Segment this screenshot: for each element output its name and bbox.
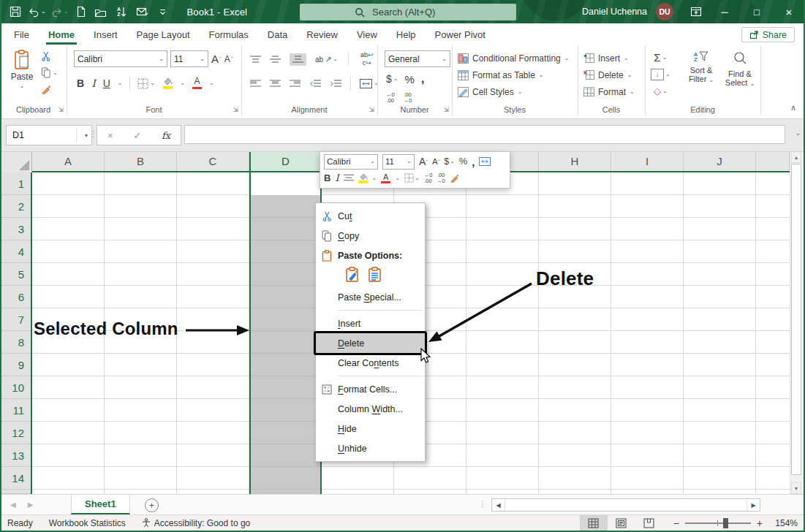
tab-file[interactable]: File xyxy=(4,23,39,45)
font-color-button[interactable]: A xyxy=(192,77,202,90)
tab-insert[interactable]: Insert xyxy=(84,23,127,45)
tab-power-pivot[interactable]: Power Pivot xyxy=(426,23,495,45)
row-header-9[interactable]: 9 xyxy=(0,354,31,376)
delete-cells-button[interactable]: Delete⌄ xyxy=(578,66,645,83)
bold-button[interactable]: B xyxy=(77,77,84,89)
format-painter-button[interactable] xyxy=(41,84,52,94)
selected-column[interactable] xyxy=(249,172,322,494)
select-all-corner[interactable] xyxy=(0,151,32,172)
column-header-a[interactable]: A xyxy=(32,151,105,171)
percent-style-button[interactable]: % xyxy=(405,73,415,86)
maximize-button[interactable]: □ xyxy=(741,0,773,23)
number-format-combo[interactable]: General⌄ xyxy=(385,50,450,67)
insert-function-icon[interactable]: fx xyxy=(162,130,170,141)
enter-icon[interactable]: ✓ xyxy=(133,130,141,141)
font-color-caret-icon[interactable]: ⌄ xyxy=(209,80,214,86)
row-header-13[interactable]: 13 xyxy=(0,444,31,467)
sheet-tab-sheet1[interactable]: Sheet1 xyxy=(71,495,130,514)
close-button[interactable]: × xyxy=(773,0,805,23)
paste-button[interactable]: Paste ⌄ xyxy=(6,50,38,105)
search-box[interactable] xyxy=(300,4,516,20)
mini-fill-color-icon[interactable] xyxy=(358,173,368,183)
share-button[interactable]: Share xyxy=(741,27,795,42)
menu-item-hide[interactable]: Hide xyxy=(316,419,425,438)
fill-button[interactable]: ↓⌄ xyxy=(651,69,670,80)
fill-color-caret-icon[interactable]: ⌄ xyxy=(180,80,185,86)
borders-button[interactable]: ⌄ xyxy=(137,78,155,89)
email-icon[interactable] xyxy=(134,3,150,20)
mini-bold-icon[interactable]: B xyxy=(324,172,330,183)
row-header-10[interactable]: 10 xyxy=(0,376,31,399)
redo-icon[interactable]: ⌄ xyxy=(50,3,69,20)
new-sheet-icon[interactable]: + xyxy=(145,498,159,512)
mini-font-name-combo[interactable]: Calibri⌄ xyxy=(324,154,378,170)
cancel-icon[interactable]: × xyxy=(107,130,113,141)
ribbon-display-options-icon[interactable] xyxy=(684,0,708,23)
menu-item-column-width[interactable]: Column Width... xyxy=(316,399,425,419)
middle-align-button[interactable] xyxy=(270,56,281,64)
mini-increase-decimal-icon[interactable]: ←0.00 xyxy=(424,172,433,184)
menu-item-paste-special[interactable]: Paste Special... xyxy=(316,287,425,307)
menu-item-clear-contents[interactable]: Clear Contents xyxy=(316,353,425,373)
accessibility-status[interactable]: Accessibility: Good to go xyxy=(142,518,250,528)
menu-item-insert[interactable]: Insert xyxy=(316,314,425,333)
fill-color-button[interactable] xyxy=(162,77,173,89)
menu-item-copy[interactable]: Copy xyxy=(316,226,425,246)
menu-item-format-cells[interactable]: Format Cells... xyxy=(316,379,425,399)
mini-align-icon[interactable] xyxy=(344,174,354,182)
decrease-decimal-button[interactable]: .00→0 xyxy=(404,92,412,104)
mini-comma-icon[interactable]: , xyxy=(472,156,475,168)
scroll-up-icon[interactable]: ▲ xyxy=(791,151,801,163)
column-header-j[interactable]: J xyxy=(684,151,756,171)
bottom-align-button[interactable] xyxy=(290,53,306,66)
user-name[interactable]: Daniel Uchenna xyxy=(582,7,647,17)
row-header-4[interactable]: 4 xyxy=(0,240,31,263)
mini-font-color-caret-icon[interactable]: ⌄ xyxy=(395,175,400,181)
align-right-button[interactable] xyxy=(290,80,301,88)
zoom-out-icon[interactable]: − xyxy=(673,517,679,529)
align-left-button[interactable] xyxy=(250,80,261,88)
copy-button[interactable]: ⌄ xyxy=(41,67,58,78)
find-select-button[interactable]: Find & Select ⌄ xyxy=(722,51,757,87)
vertical-scrollbar[interactable]: ▲ ▼ xyxy=(790,151,801,494)
column-header-b[interactable]: B xyxy=(105,151,177,171)
zoom-slider[interactable] xyxy=(685,518,751,528)
zoom-in-icon[interactable]: + xyxy=(757,517,763,529)
center-button[interactable] xyxy=(270,80,281,88)
orientation-button[interactable]: ab↗⌄ xyxy=(315,55,338,64)
collapse-ribbon-icon[interactable]: ∧ xyxy=(790,103,796,113)
row-header-8[interactable]: 8 xyxy=(0,331,31,354)
increase-decimal-button[interactable]: ←0.00 xyxy=(386,92,395,104)
active-cell-d1[interactable] xyxy=(249,172,322,195)
column-header-partial[interactable] xyxy=(756,151,790,171)
menu-item-delete[interactable]: Delete xyxy=(316,333,425,353)
minimize-button[interactable]: ─ xyxy=(708,0,741,23)
tab-help[interactable]: Help xyxy=(387,23,426,45)
row-header-7[interactable]: 7 xyxy=(0,308,31,331)
row-header-11[interactable]: 11 xyxy=(0,399,31,422)
font-dialog-launcher-icon[interactable]: ⇲ xyxy=(233,106,238,113)
customize-toolbar-icon[interactable] xyxy=(154,3,170,20)
mini-accounting-icon[interactable]: $⌄ xyxy=(444,156,455,167)
font-size-combo[interactable]: 11⌄ xyxy=(170,50,208,67)
menu-item-unhide[interactable]: Unhide xyxy=(316,438,425,458)
increase-indent-button[interactable] xyxy=(330,80,341,88)
row-header-3[interactable]: 3 xyxy=(0,218,31,240)
previous-sheet-icon[interactable]: ◀ xyxy=(10,501,16,509)
format-as-table-button[interactable]: Format as Table⌄ xyxy=(452,66,578,83)
format-cells-button[interactable]: Format⌄ xyxy=(578,83,645,100)
cell-styles-button[interactable]: Cell Styles⌄ xyxy=(452,83,578,100)
paste-keep-source-icon[interactable] xyxy=(368,267,382,286)
tab-view[interactable]: View xyxy=(347,23,387,45)
clear-button[interactable]: ◇⌄ xyxy=(651,86,670,96)
tab-review[interactable]: Review xyxy=(297,23,347,45)
scroll-left-icon[interactable]: ◀ xyxy=(492,499,505,511)
italic-button[interactable]: I xyxy=(91,77,96,89)
decrease-font-size-button[interactable]: Aˇ xyxy=(224,54,233,64)
column-header-i[interactable]: I xyxy=(611,151,684,171)
tab-data[interactable]: Data xyxy=(258,23,297,45)
sort-az-icon[interactable]: AZ xyxy=(113,3,129,20)
underline-button[interactable]: U xyxy=(103,77,110,89)
horizontal-scrollbar[interactable]: ◀ ▶ xyxy=(491,498,760,512)
vertical-scrollbar-thumb[interactable] xyxy=(791,164,801,475)
